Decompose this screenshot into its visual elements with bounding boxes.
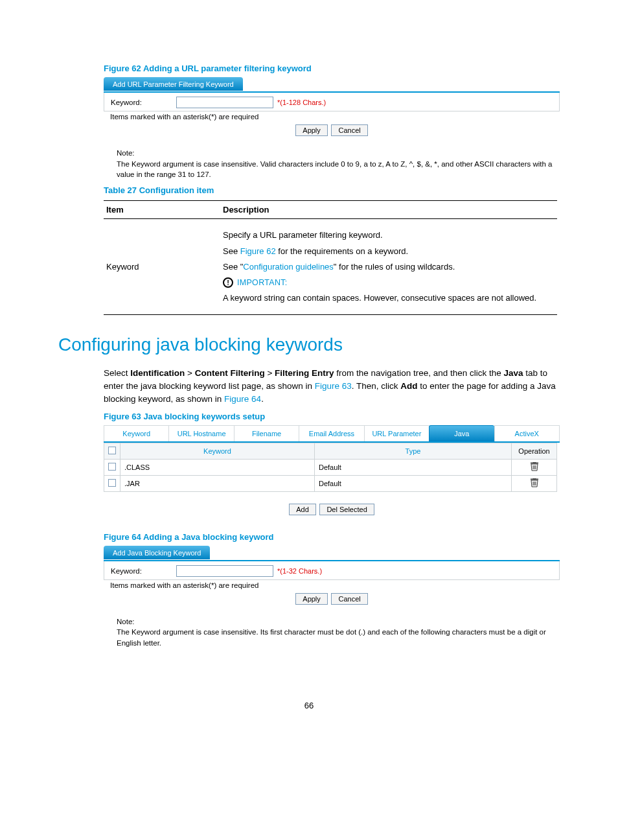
figure64-keyword-label: Keyword: (111, 567, 172, 575)
figure62-cancel-button[interactable]: Cancel (331, 124, 367, 136)
desc-line1: Specify a URL parameter filtering keywor… (223, 229, 555, 242)
figure62-tab: Add URL Parameter Filtering Keyword (104, 77, 243, 91)
section-heading: Configuring java blocking keywords (58, 334, 560, 355)
cell-keyword: .JAR (120, 475, 315, 491)
important-row: ! IMPORTANT: (223, 277, 555, 289)
delete-icon[interactable] (531, 481, 538, 489)
tab-activex[interactable]: ActiveX (494, 425, 560, 441)
important-label: IMPORTANT: (237, 277, 288, 289)
th-checkbox (104, 443, 120, 459)
row-checkbox[interactable] (108, 479, 116, 487)
figure64-caption: Figure 64 Adding a Java blocking keyword (104, 532, 560, 542)
figure64-form: Keyword: *(1-32 Chars.) (104, 561, 560, 580)
note-body: The Keyword argument is case insensitive… (117, 159, 560, 180)
figure62-required-note: Items marked with an asterisk(*) are req… (104, 113, 560, 121)
figure64-apply-button[interactable]: Apply (295, 593, 328, 605)
td-item: Keyword (104, 219, 220, 315)
page-number: 66 (58, 701, 560, 710)
select-all-checkbox[interactable] (108, 447, 116, 454)
table-row: .CLASS Default (104, 459, 557, 475)
important-icon: ! (223, 277, 233, 288)
th-desc: Description (220, 201, 557, 219)
tab-filename[interactable]: Filename (234, 425, 299, 441)
figure63-del-button[interactable]: Del Selected (319, 504, 374, 515)
desc-line3: See "Configuration guidelines" for the r… (223, 261, 555, 274)
figure62-panel: Add URL Parameter Filtering Keyword Keyw… (104, 77, 560, 111)
tab-keyword[interactable]: Keyword (104, 425, 168, 441)
link-figure64[interactable]: Figure 64 (224, 394, 261, 404)
tab-email-address[interactable]: Email Address (299, 425, 363, 441)
cell-keyword: .CLASS (120, 459, 315, 475)
th-type: Type (315, 443, 512, 459)
figure64-tab: Add Java Blocking Keyword (104, 546, 210, 559)
figure64-hint: *(1-32 Chars.) (277, 567, 322, 575)
delete-icon[interactable] (531, 465, 538, 472)
desc-line2: See Figure 62 for the requirements on a … (223, 245, 555, 258)
figure62-apply-button[interactable]: Apply (295, 124, 328, 136)
figure63-add-button[interactable]: Add (289, 504, 316, 515)
figure62-caption: Figure 62 Adding a URL parameter filteri… (104, 64, 560, 73)
table-row: .JAR Default (104, 475, 557, 491)
row-checkbox[interactable] (108, 463, 116, 471)
th-item: Item (104, 201, 220, 219)
note-head: Note: (117, 148, 560, 159)
th-keyword: Keyword (120, 443, 315, 459)
figure62-keyword-label: Keyword: (111, 99, 172, 106)
figure63-caption: Figure 63 Java blocking keywords setup (104, 412, 560, 421)
td-desc: Specify a URL parameter filtering keywor… (220, 219, 557, 315)
figure64-button-row: Apply Cancel (104, 593, 560, 605)
tab-url-parameter[interactable]: URL Parameter (364, 425, 429, 441)
figure62-button-row: Apply Cancel (104, 124, 560, 136)
cell-type: Default (315, 475, 512, 491)
th-operation: Operation (512, 443, 557, 459)
cell-type: Default (315, 459, 512, 475)
figure64-required-note: Items marked with an asterisk(*) are req… (104, 581, 560, 589)
figure64-note: Note: The Keyword argument is case insen… (104, 616, 560, 649)
figure63-table: Keyword Type Operation .CLASS Default .J… (104, 443, 557, 492)
table27-caption: Table 27 Configuration item (104, 185, 560, 195)
figure62-hint: *(1-128 Chars.) (277, 99, 326, 106)
tab-java[interactable]: Java (429, 425, 494, 441)
figure62-keyword-input[interactable] (176, 97, 273, 108)
note-body: The Keyword argument is case insensitive… (117, 627, 560, 648)
nav-paragraph: Select Identification > Content Filterin… (104, 367, 560, 406)
figure64-panel: Add Java Blocking Keyword Keyword: *(1-3… (104, 546, 560, 580)
link-config-guidelines[interactable]: Configuration guidelines (243, 262, 333, 272)
figure62-form: Keyword: *(1-128 Chars.) (104, 93, 560, 111)
figure64-cancel-button[interactable]: Cancel (331, 593, 367, 605)
desc-line4: A keyword string can contain spaces. How… (223, 292, 555, 305)
figure62-note: Note: The Keyword argument is case insen… (104, 148, 560, 180)
table27: Item Description Keyword Specify a URL p… (104, 200, 557, 315)
note-head: Note: (117, 616, 560, 627)
figure63-tabs: Keyword URL Hostname Filename Email Addr… (104, 425, 560, 443)
figure64-tabbar: Add Java Blocking Keyword (104, 546, 560, 561)
figure64-keyword-input[interactable] (176, 565, 273, 577)
link-figure62[interactable]: Figure 62 (240, 246, 276, 256)
figure63-button-row: Add Del Selected (104, 504, 560, 515)
tab-url-hostname[interactable]: URL Hostname (168, 425, 233, 441)
figure62-tabbar: Add URL Parameter Filtering Keyword (104, 77, 560, 93)
link-figure63[interactable]: Figure 63 (315, 381, 352, 391)
